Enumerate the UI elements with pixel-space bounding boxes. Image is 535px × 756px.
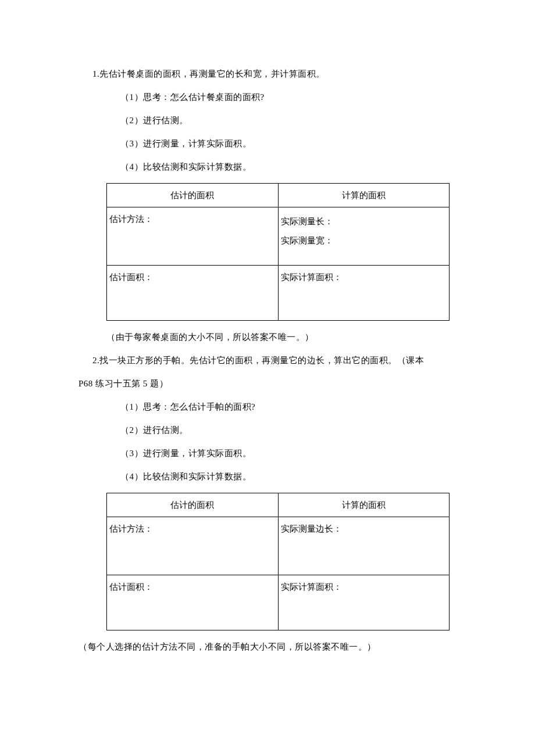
q1-step-1: （1）思考：怎么估计餐桌面的面积? (79, 90, 459, 104)
q2-th-right: 计算的面积 (278, 493, 450, 517)
q2-step-3: （3）进行测量，计算实际面积。 (79, 446, 459, 460)
q2-r2-right: 实际计算面积： (278, 575, 450, 630)
q1-r2-right: 实际计算面积： (278, 266, 450, 321)
q2-step-4: （4）比较估测和实际计算数据。 (79, 470, 459, 483)
q2-step-2: （2）进行估测。 (79, 423, 459, 437)
q2-note: （每个人选择的估计方法不同，准备的手帕大小不同，所以答案不唯一。） (79, 640, 459, 654)
q1-r1-left: 估计方法： (107, 207, 279, 266)
q1-note: （由于每家餐桌面的大小不同，所以答案不唯一。） (79, 330, 459, 344)
q1-r1-right-b: 实际测量宽： (281, 231, 447, 250)
q2-r1-left: 估计方法： (107, 517, 279, 575)
q2-th-left: 估计的面积 (107, 493, 279, 517)
q2-title-line1: 2.找一块正方形的手帕。先估计它的面积，再测量它的边长，算出它的面积。（课本 (79, 353, 459, 367)
q1-th-left: 估计的面积 (107, 184, 279, 207)
q1-step-2: （2）进行估测。 (79, 113, 459, 127)
q1-title: 1.先估计餐桌面的面积，再测量它的长和宽，并计算面积。 (79, 67, 459, 81)
q2-table: 估计的面积 计算的面积 估计方法： 实际测量边长： 估计面积： 实际计算面积： (106, 493, 450, 630)
q1-th-right: 计算的面积 (278, 184, 450, 207)
q1-r1-right: 实际测量长： 实际测量宽： (278, 207, 450, 266)
q2-title-line2: P68 练习十五第 5 题） (79, 377, 459, 390)
q1-table: 估计的面积 计算的面积 估计方法： 实际测量长： 实际测量宽： 估计面积： 实际… (106, 183, 450, 321)
q2-step-1: （1）思考：怎么估计手帕的面积? (79, 400, 459, 414)
q2-r1-right: 实际测量边长： (278, 517, 450, 575)
q1-r1-right-a: 实际测量长： (281, 212, 447, 231)
q1-step-4: （4）比较估测和实际计算数据。 (79, 160, 459, 174)
q1-r2-left: 估计面积： (107, 266, 279, 321)
q1-step-3: （3）进行测量，计算实际面积。 (79, 137, 459, 151)
q2-r2-left: 估计面积： (107, 575, 279, 630)
